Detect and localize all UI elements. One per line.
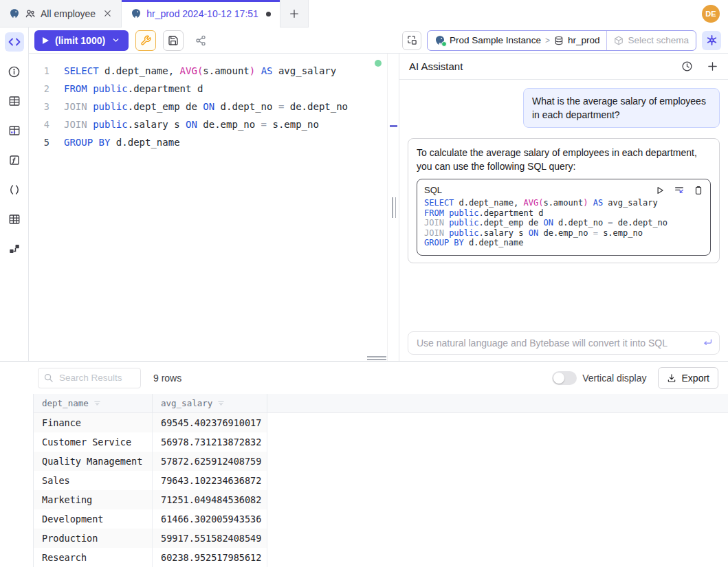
parentheses-icon[interactable] <box>5 180 24 199</box>
table-row[interactable]: Customer Service56978.731213872832 <box>34 432 728 452</box>
code-line: JOIN public.salary s ON de.emp_no = s.em… <box>424 228 703 239</box>
sql-code-card: SQL SELECT d.dept_name, AVG(s.amount) AS… <box>417 179 711 256</box>
export-button[interactable]: Export <box>658 367 718 389</box>
copy-icon[interactable] <box>694 186 703 195</box>
new-tab-button[interactable] <box>280 0 309 27</box>
table-cell[interactable]: 79643.102234636872 <box>153 471 267 490</box>
table-cell[interactable]: 57872.625912408759 <box>153 452 267 471</box>
table-row[interactable]: Sales79643.102234636872 <box>34 471 728 490</box>
horizontal-resize-handle[interactable] <box>367 356 386 360</box>
table-cell[interactable]: Research <box>34 548 153 567</box>
database-name: hr_prod <box>568 35 600 45</box>
run-code-icon[interactable] <box>655 186 665 195</box>
toolbar-right: Prod Sample Instance > hr_prod Select sc… <box>402 30 721 51</box>
table-row[interactable]: Finance69545.402376910017 <box>34 413 728 432</box>
tab-label: hr_prod 2024-10-12 17:51 <box>146 8 258 19</box>
history-clock-icon[interactable] <box>681 60 693 72</box>
code-editor-icon[interactable] <box>5 32 24 52</box>
table-cell[interactable]: Customer Service <box>34 432 153 452</box>
instance-database-selector[interactable]: Prod Sample Instance > hr_prod <box>428 31 606 50</box>
chevron-down-icon[interactable] <box>111 36 120 45</box>
postgres-icon <box>9 8 20 19</box>
table-row[interactable]: Research60238.952517985612 <box>34 548 728 567</box>
breadcrumb-separator: > <box>545 36 550 45</box>
line-number: 4 <box>29 115 54 133</box>
table-cell[interactable]: 71251.049484536082 <box>153 490 267 509</box>
schema-placeholder: Select schema <box>628 35 689 45</box>
table-cell[interactable]: 61466.302005943536 <box>153 509 267 529</box>
table-cell[interactable]: Sales <box>34 471 153 490</box>
schema-diagram-icon[interactable] <box>5 239 24 258</box>
table-row[interactable]: Production59917.551582408549 <box>34 529 728 548</box>
table-grid-icon[interactable] <box>5 210 24 229</box>
vertical-display-label: Vertical display <box>582 373 646 384</box>
download-icon <box>667 373 676 383</box>
table-cell[interactable]: 59917.551582408549 <box>153 529 267 548</box>
overview-ruler-mark <box>390 125 397 127</box>
vertical-resize-handle[interactable] <box>392 197 396 218</box>
close-icon[interactable] <box>103 9 112 18</box>
column-header-avg_salary[interactable]: avg_salary <box>153 394 267 412</box>
ai-assistant-panel: AI Assistant What is the average salary … <box>399 54 728 361</box>
code-area[interactable]: SELECT d.dept_name, AVG(s.amount) AS avg… <box>64 62 380 151</box>
tab-all-employee[interactable]: All employee <box>0 0 122 27</box>
table-cell[interactable]: Production <box>34 529 153 548</box>
ai-prompt-input[interactable] <box>408 331 720 355</box>
people-icon <box>25 8 36 19</box>
results-header: 9 rows Vertical display Export <box>0 362 728 394</box>
code-line: JOIN public.salary s ON de.emp_no = s.em… <box>64 115 380 133</box>
code-line: FROM public.department d <box>424 208 703 219</box>
play-icon <box>43 37 49 44</box>
admin-wrench-button[interactable] <box>135 30 156 51</box>
toggle-knob <box>553 373 564 384</box>
vertical-display-toggle[interactable] <box>552 371 577 385</box>
table-cell[interactable]: Marketing <box>34 490 153 509</box>
connection-status-dot <box>375 60 382 67</box>
panel-layout-icon <box>407 35 417 45</box>
openai-assistant-button[interactable] <box>702 31 721 50</box>
function-icon[interactable] <box>5 151 24 170</box>
return-key-icon[interactable] <box>702 337 714 349</box>
table-cell[interactable]: Quality Management <box>34 452 153 471</box>
share-button[interactable] <box>190 30 211 51</box>
column-header-dept_name[interactable]: dept_name <box>34 394 153 412</box>
avatar[interactable]: DE <box>702 5 720 23</box>
share-icon <box>195 35 206 46</box>
table-row[interactable]: Development61466.302005943536 <box>34 509 728 529</box>
sort-icon <box>93 399 101 407</box>
table-row[interactable]: Quality Management57872.625912408759 <box>34 452 728 471</box>
info-icon[interactable] <box>5 62 24 81</box>
panel-layout-button[interactable] <box>402 31 421 50</box>
table-data-icon[interactable] <box>5 121 24 140</box>
ai-panel-header: AI Assistant <box>399 54 728 80</box>
unsaved-dot-icon <box>266 12 271 16</box>
editor-toolbar: (limit 1000) Prod Sample Instance > hr_p… <box>29 27 728 54</box>
left-sidebar <box>0 27 29 361</box>
new-chat-plus-icon[interactable] <box>707 60 718 72</box>
table-icon[interactable] <box>5 91 24 111</box>
table-row[interactable]: Marketing71251.049484536082 <box>34 490 728 509</box>
table-cell[interactable]: Development <box>34 509 153 529</box>
assistant-intro-text: To calculate the average salary of emplo… <box>417 147 697 172</box>
code-line: FROM public.department d <box>64 80 380 98</box>
sql-editor[interactable]: 12345 SELECT d.dept_name, AVG(s.amount) … <box>29 54 387 361</box>
save-sheet-button[interactable] <box>163 30 184 51</box>
table-cell[interactable]: 69545.402376910017 <box>153 413 267 432</box>
schema-cube-icon <box>614 36 624 45</box>
sort-icon <box>217 399 225 407</box>
search-box <box>38 368 141 388</box>
code-line: SELECT d.dept_name, AVG(s.amount) AS avg… <box>424 198 703 208</box>
tab-hr-prod[interactable]: hr_prod 2024-10-12 17:51 <box>122 0 280 27</box>
user-message-bubble: What is the average salary of employees … <box>523 88 720 128</box>
ai-chat-area: What is the average salary of employees … <box>399 80 728 361</box>
run-query-button[interactable]: (limit 1000) <box>34 30 129 51</box>
table-cell[interactable]: 56978.731213872832 <box>153 432 267 452</box>
table-cell[interactable]: 60238.952517985612 <box>153 548 267 567</box>
schema-selector[interactable]: Select schema <box>606 31 696 50</box>
tab-label: All employee <box>41 8 96 19</box>
insert-into-editor-icon[interactable] <box>674 185 685 196</box>
line-number: 3 <box>29 98 54 115</box>
search-icon <box>43 373 54 383</box>
table-cell[interactable]: Finance <box>34 413 153 432</box>
connection-pill: Prod Sample Instance > hr_prod Select sc… <box>427 30 696 51</box>
